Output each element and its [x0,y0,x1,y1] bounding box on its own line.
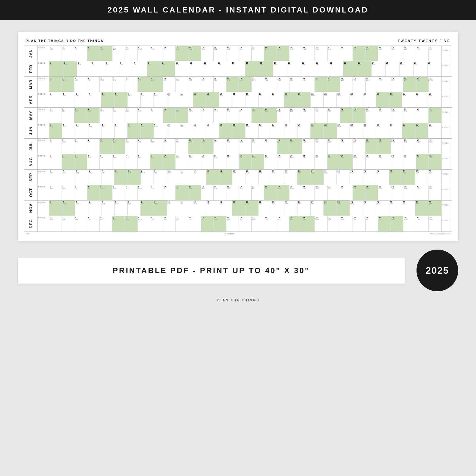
day-number: 22 [315,108,327,110]
day-name: THU [328,188,339,189]
day-cell-jun-3: 3TUE [75,123,88,138]
day-cell-apr-25: 25FRI [363,92,376,107]
day-cell-sep-18: 18THU [271,170,284,185]
day-name: SUN [233,126,245,127]
day-cell-jun-9: 9MON [154,123,167,138]
day-cell-jul-4: 4FRI [87,139,100,154]
day-cell-may-21: 21WED [302,108,315,123]
day-name: SAT [246,64,259,65]
day-number: 9 [162,62,174,64]
day-cell-aug-31: 31SUN [429,154,441,169]
day-cell-jun-19: 19THU [284,123,298,138]
day-number: 30 [429,170,441,172]
day-cell-mar-5: 5WED [100,77,112,92]
day-name: THU [364,172,375,174]
day-cell-aug-12: 12TUE [188,154,201,169]
day-cell-jul-19: 19SAT [277,139,290,154]
day-cell-dec-26: 26FRI [366,216,378,231]
day-number: 25 [386,62,399,64]
day-number: 1 [50,108,61,110]
day-number: 6 [115,170,127,172]
day-number: 22 [324,124,336,126]
day-name: SAT [148,64,160,65]
day-cell-feb-1: 1SAT [49,61,63,76]
day-cell-oct-14: 14TUE [214,185,226,200]
day-name: TUE [386,64,399,65]
day-number: 12 [189,108,200,110]
day-cell-sep-28: 28SUN [402,170,415,185]
day-name: SUN [392,219,403,220]
day-name: SUN [260,64,273,65]
day-cell-dec-8: 8MON [138,216,151,231]
day-name: THU [62,48,74,50]
day-cell-feb-3: 3MON [77,61,91,76]
day-name: SUN [298,95,310,96]
day-name: THU [341,141,352,143]
day-name: THU [239,48,251,50]
day-number: 21 [303,108,314,110]
day-number: 6 [115,124,127,126]
day-number: 9 [151,46,162,48]
banner-title: 2025 WALL CALENDAR - INSTANT DIGITAL DOW… [107,5,368,14]
day-cell-jul-31: 31THU [429,139,441,154]
day-number: 10 [164,186,175,188]
day-number: 9 [151,108,162,110]
day-cell-feb-10: 10MON [175,61,189,76]
day-name: MON [227,219,238,220]
calendar-wrapper: PLAN THE THINGS // DO THE THINGS TWENTY … [18,32,458,241]
day-cell-apr-16: 16WED [245,92,259,107]
day-cell-aug-11: 11MON [176,154,188,169]
day-name: FRI [75,188,86,189]
day-cell-nov-15: 15SAT [232,201,245,216]
day-number: 28 [403,93,414,95]
day-cell-jan-2: 2THU [62,46,75,61]
day-number: 23 [328,155,339,157]
day-number: 30 [429,93,441,95]
day-cell-jun-13: 13FRI [206,123,219,138]
notes-cell-apr: NOTES. [441,92,452,107]
day-number: 18 [265,217,276,219]
day-cell-may-4: 4SUN [87,108,100,123]
day-number: 28 [403,201,414,203]
day-number: 24 [350,93,362,95]
day-name: WED [151,141,162,143]
day-number: 23 [328,77,339,79]
day-number: 28 [392,139,403,141]
day-cell-may-6: 6TUE [112,108,125,123]
day-name: SAT [290,219,301,220]
day-name: TUE [62,219,74,220]
day-name: TUE [353,79,365,81]
day-cell-jun-15: 15SUN [232,123,245,138]
day-number: 2 [62,186,74,188]
day-number: 14 [214,46,226,48]
day-number: 17 [252,77,264,79]
focus-cell-nov: FOCUS. [38,201,49,216]
day-name: WED [285,203,297,205]
day-number: 19 [278,139,289,141]
day-name: MON [176,64,188,65]
day-name: SUN [390,95,401,96]
day-cell-aug-29: 29FRI [403,154,416,169]
focus-cell-sep: FOCUS. [38,170,49,185]
day-name: FRI [181,95,192,96]
day-number: 9 [151,77,162,79]
day-number: 16 [246,201,258,203]
day-name: SUN [113,141,124,143]
day-number: 2 [64,62,76,64]
day-name: FRI [88,141,99,143]
days-container-apr: 1TUE2WED3THU4FRI5SAT6SUN7MON8TUE9WED10TH… [49,92,441,107]
day-name: SUN [220,172,231,174]
day-name: THU [265,219,276,220]
day-cell-mar-11: 11TUE [176,77,188,92]
day-cell-dec-11: 11THU [176,216,188,231]
day-number: 8 [138,46,150,48]
day-name: SUN [265,110,276,112]
day-number: 29 [404,46,415,48]
day-cell-jan-9: 9THU [150,46,163,61]
day-number: 16 [239,46,251,48]
calendar-grid: JANFOCUS.1WED2THU3FRI4SAT5SUN6MON7TUE8WE… [24,46,452,232]
day-number: 21 [330,62,342,64]
day-cell-may-7: 7WED [125,108,138,123]
day-cell-may-19: 19MON [277,108,290,123]
day-cell-jan-25: 25SAT [353,46,366,61]
